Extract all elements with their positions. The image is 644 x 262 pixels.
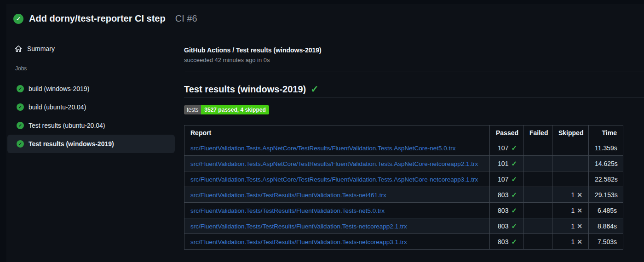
column-header-time: Time [589,125,623,140]
skipped-cell: 1✕ [552,218,589,234]
job-header-title: GitHub Actions / Test results (windows-2… [184,46,322,54]
page-title: Test results (windows-2019)✓ [184,83,319,95]
passed-cell: 107✓ [490,140,523,156]
table-row: src/FluentValidation.Tests/TestResults/F… [184,187,623,203]
report-link[interactable]: src/FluentValidation.Tests.AspNetCore/Te… [190,160,478,167]
check-circle-icon: ✓ [17,140,24,148]
skipped-cell: 1✕ [552,203,589,218]
table-row: src/FluentValidation.Tests/TestResults/F… [184,203,623,218]
check-icon: ✓ [511,159,517,167]
x-icon: ✕ [577,207,582,214]
report-cell: src/FluentValidation.Tests/TestResults/F… [184,234,490,250]
table-header-row: Report Passed Failed Skipped Time [184,125,623,140]
heading-check-icon: ✓ [310,84,319,94]
skipped-value: 1 [571,207,575,214]
passed-value: 803 [498,238,508,245]
sidebar-item-job[interactable]: ✓ build (windows-2019) [7,80,175,98]
report-link[interactable]: src/FluentValidation.Tests/TestResults/F… [190,239,407,245]
sidebar-item-job[interactable]: ✓ Test results (windows-2019) [7,135,175,153]
job-label: Test results (ubuntu-20.04) [29,122,105,129]
failed-cell [523,156,552,171]
sidebar: Summary Jobs ✓ build (windows-2019) ✓ bu… [7,40,175,153]
x-icon: ✕ [577,238,582,245]
passed-cell: 803✓ [490,203,523,218]
sidebar-summary-label: Summary [27,45,55,52]
x-icon: ✕ [577,191,582,199]
report-link[interactable]: src/FluentValidation.Tests/TestResults/F… [190,192,386,199]
report-cell: src/FluentValidation.Tests.AspNetCore/Te… [184,171,490,187]
run-number: CI #6 [175,13,197,24]
passed-value: 101 [498,160,508,167]
passed-cell: 803✓ [490,234,523,250]
failed-cell [523,140,552,156]
check-circle-icon: ✓ [17,85,24,92]
skipped-value: 1 [571,222,575,230]
passed-value: 107 [498,176,508,183]
failed-cell [523,187,552,203]
passed-value: 803 [498,222,508,230]
report-cell: src/FluentValidation.Tests/TestResults/F… [184,218,490,234]
jobs-list: ✓ build (windows-2019) ✓ build (ubuntu-2… [7,80,175,153]
passed-cell: 107✓ [490,171,523,187]
column-header-skipped: Skipped [552,125,589,140]
check-icon: ✓ [511,238,517,245]
badge-value: 3527 passed, 4 skipped [201,105,269,114]
badge-label: tests [184,105,201,114]
column-header-failed: Failed [523,125,552,140]
report-link[interactable]: src/FluentValidation.Tests/TestResults/F… [190,223,407,230]
job-label: build (ubuntu-20.04) [29,103,86,111]
heading-divider [184,97,644,97]
job-label: build (windows-2019) [29,85,89,92]
skipped-value: 1 [571,191,575,199]
time-cell: 14.625s [589,156,623,171]
skipped-cell [552,140,589,156]
passed-value: 803 [498,207,508,214]
run-success-icon: ✓ [13,14,23,24]
tests-badge: tests 3527 passed, 4 skipped [184,105,269,114]
column-header-passed: Passed [490,125,523,140]
column-header-report: Report [184,125,490,140]
report-link[interactable]: src/FluentValidation.Tests.AspNetCore/Te… [190,176,478,183]
failed-cell [523,234,552,250]
skipped-cell [552,156,589,171]
passed-cell: 803✓ [490,187,523,203]
job-label: Test results (windows-2019) [29,140,114,148]
sidebar-item-job[interactable]: ✓ build (ubuntu-20.04) [7,98,175,116]
x-icon: ✕ [577,222,582,230]
time-cell: 8.864s [589,218,623,234]
passed-cell: 101✓ [490,156,523,171]
failed-cell [523,203,552,218]
passed-cell: 803✓ [490,218,523,234]
passed-value: 803 [498,191,508,199]
skipped-value: 1 [571,238,575,245]
check-circle-icon: ✓ [17,122,24,129]
time-cell: 6.485s [589,203,623,218]
sidebar-item-job[interactable]: ✓ Test results (ubuntu-20.04) [7,116,175,135]
time-cell: 11.359s [589,140,623,156]
home-icon [15,45,22,52]
jobs-section-label: Jobs [7,64,175,73]
report-cell: src/FluentValidation.Tests/TestResults/F… [184,187,490,203]
skipped-cell: 1✕ [552,187,589,203]
table-row: src/FluentValidation.Tests/TestResults/F… [184,218,623,234]
failed-cell [523,218,552,234]
page-edge-left [0,0,6,262]
table-row: src/FluentValidation.Tests.AspNetCore/Te… [184,171,623,187]
time-cell: 7.503s [589,234,623,250]
check-icon: ✓ [511,222,517,230]
table-row: src/FluentValidation.Tests/TestResults/F… [184,234,623,250]
table-row: src/FluentValidation.Tests.AspNetCore/Te… [184,140,623,156]
job-header-status: succeeded 42 minutes ago in 0s [184,57,270,63]
report-link[interactable]: src/FluentValidation.Tests/TestResults/F… [190,207,385,214]
page-edge-top [0,0,644,4]
table-row: src/FluentValidation.Tests.AspNetCore/Te… [184,156,623,171]
time-cell: 22.582s [589,171,623,187]
report-link[interactable]: src/FluentValidation.Tests.AspNetCore/Te… [190,145,456,152]
report-cell: src/FluentValidation.Tests.AspNetCore/Te… [184,156,490,171]
check-icon: ✓ [511,144,517,152]
sidebar-item-summary[interactable]: Summary [7,40,175,57]
check-icon: ✓ [511,191,517,199]
check-icon: ✓ [511,206,517,214]
failed-cell [523,171,552,187]
passed-value: 107 [498,144,508,152]
